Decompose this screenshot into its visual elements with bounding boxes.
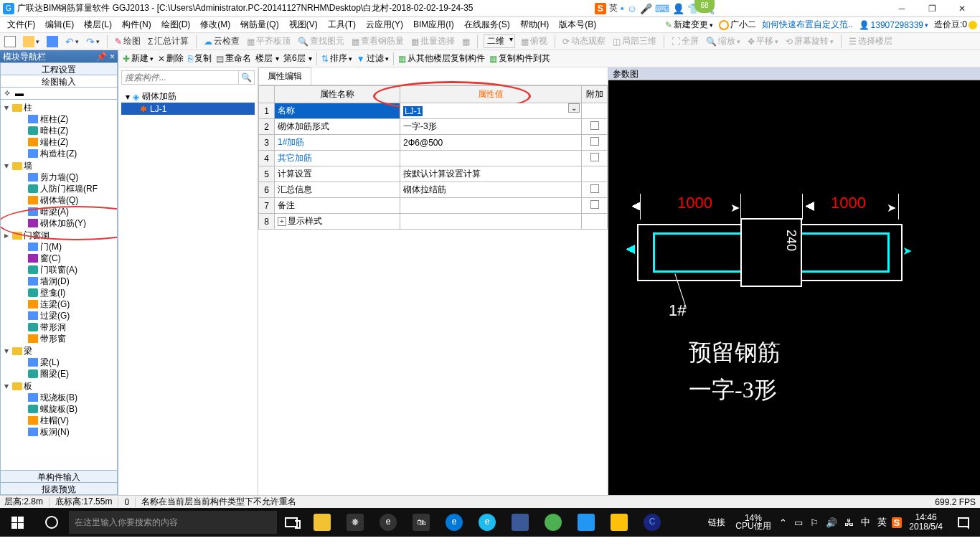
nav-item-2-0[interactable]: 门(M)	[1, 241, 117, 253]
start-button[interactable]	[0, 508, 34, 537]
app-explorer[interactable]	[306, 508, 339, 537]
nav-item-0-0[interactable]: 框柱(Z)	[1, 113, 117, 125]
prop-row-chk-3[interactable]	[582, 151, 608, 166]
tray-link[interactable]: 链接	[704, 517, 730, 529]
cortana-button[interactable]	[34, 516, 69, 529]
tray-cpu[interactable]: 14%CPU使用	[732, 514, 773, 530]
prop-row-val-7[interactable]	[400, 214, 582, 230]
app-fan[interactable]: ❋	[339, 508, 372, 537]
tb-local3d[interactable]: ◫局部三维	[611, 34, 658, 48]
tb-overview[interactable]: ▦俯视	[519, 34, 549, 48]
tb-new[interactable]	[3, 35, 17, 48]
nav-bottom-single[interactable]: 单构件输入	[0, 470, 118, 483]
prop-row-val-6[interactable]	[400, 198, 582, 214]
rb-del[interactable]: ✕删除	[158, 52, 184, 65]
new-change-button[interactable]: ✎新建变更▾	[665, 19, 713, 31]
tray-ime-s[interactable]: S	[892, 517, 903, 528]
tb-batchsel[interactable]: ▦批量选择	[410, 34, 456, 48]
tb-pan[interactable]: ✥平移▾	[746, 34, 780, 48]
ime-s-icon[interactable]: S	[595, 3, 606, 14]
rb-floor[interactable]: 楼层	[255, 52, 279, 65]
nav-item-1-1[interactable]: 人防门框墙(RF	[1, 183, 117, 194]
nav-item-1-0[interactable]: 剪力墙(Q)	[1, 171, 117, 183]
tb-draw[interactable]: ✎绘图	[113, 34, 142, 48]
nav-group-4[interactable]: ▾板	[1, 380, 117, 392]
nav-item-4-0[interactable]: 现浇板(B)	[1, 392, 117, 403]
menu-edit[interactable]: 编辑(E)	[41, 17, 78, 32]
rb-filter[interactable]: ▼过滤▾	[357, 52, 389, 65]
menu-tools[interactable]: 工具(T)	[324, 17, 360, 32]
pin-icon[interactable]: 📌	[96, 52, 107, 62]
prop-row-name-6[interactable]: 备注	[275, 198, 400, 214]
menu-floor[interactable]: 楼层(L)	[80, 17, 116, 32]
navtool-2[interactable]: ▬	[15, 88, 24, 98]
beans-count[interactable]: 造价豆:0	[934, 19, 977, 31]
prop-row-name-2[interactable]: 1#加筋	[275, 135, 400, 151]
nav-item-1-2[interactable]: 砌体墙(Q)	[1, 194, 117, 206]
rb-copyfrom[interactable]: ▦从其他楼层复制构件	[398, 52, 485, 65]
nav-group-3[interactable]: ▾梁	[1, 345, 117, 357]
tb-redo[interactable]: ↷▾	[85, 35, 101, 48]
tray-flag-icon[interactable]: ⚐	[808, 517, 821, 528]
nav-item-4-1[interactable]: 螺旋板(B)	[1, 403, 117, 415]
prop-tab[interactable]: 属性编辑	[258, 67, 311, 85]
tb-2d[interactable]: 二维	[484, 34, 515, 48]
prop-row-name-4[interactable]: 计算设置	[275, 166, 400, 182]
user-account[interactable]: 广小二	[719, 19, 756, 31]
app-edge[interactable]: e	[438, 508, 471, 537]
rb-floor6[interactable]: 第6层	[283, 52, 312, 65]
tb-full[interactable]: ⛶全屏	[670, 34, 700, 48]
tray-net-icon[interactable]: 🖧	[842, 517, 856, 528]
tb-dyn[interactable]: ⟳动态观察	[561, 34, 607, 48]
ime-icon-1[interactable]: •	[621, 3, 624, 14]
nav-item-0-2[interactable]: 端柱(Z)	[1, 136, 117, 148]
tree-root[interactable]: ▾◈砌体加筋	[121, 90, 255, 103]
app-guanjia[interactable]	[504, 508, 537, 537]
nav-item-1-4[interactable]: 砌体加筋(Y)	[1, 217, 117, 229]
prop-row-val-5[interactable]: 砌体拉结筋	[400, 182, 582, 198]
prop-row-chk-6[interactable]	[582, 198, 608, 214]
tb-zoom[interactable]: 🔍缩放▾	[705, 34, 742, 48]
prop-row-chk-0[interactable]	[582, 103, 608, 119]
prop-row-name-1[interactable]: 砌体加筋形式	[275, 119, 400, 135]
prop-row-chk-1[interactable]	[582, 119, 608, 135]
tray-clock[interactable]: 14:462018/5/4	[905, 513, 947, 532]
app-store[interactable]: 🛍	[405, 508, 438, 537]
tb-flat[interactable]: ▦平齐板顶	[245, 34, 292, 48]
menu-modify[interactable]: 修改(M)	[196, 17, 235, 32]
maximize-button[interactable]: ❐	[917, 1, 947, 17]
search-button[interactable]: 🔍	[238, 71, 254, 84]
rb-copyto[interactable]: ▦复制构件到其	[489, 52, 550, 65]
rb-new[interactable]: ✚新建▾	[123, 52, 154, 65]
nav-item-4-3[interactable]: 板洞(N)	[1, 426, 117, 438]
tb-find[interactable]: 🔍查找图元	[296, 34, 346, 48]
prop-row-val-1[interactable]: 一字-3形	[400, 119, 582, 135]
ime-icon-3[interactable]: 🎤	[640, 3, 652, 14]
nav-item-2-3[interactable]: 墙洞(D)	[1, 276, 117, 287]
nav-tab-project[interactable]: 工程设置	[0, 62, 118, 75]
app-browser[interactable]: C	[636, 508, 669, 537]
app-360[interactable]	[537, 508, 570, 537]
prop-row-val-4[interactable]: 按默认计算设置计算	[400, 166, 582, 182]
nav-item-4-2[interactable]: 柱帽(V)	[1, 415, 117, 426]
nav-group-1[interactable]: ▾墙	[1, 160, 117, 171]
nav-item-3-1[interactable]: 圈梁(E)	[1, 368, 117, 380]
help-link[interactable]: 如何快速布置自定义范..	[762, 19, 853, 31]
menu-cloud[interactable]: 云应用(Y)	[362, 17, 407, 32]
prop-row-chk-5[interactable]	[582, 182, 608, 198]
prop-row-name-5[interactable]: 汇总信息	[275, 182, 400, 198]
rb-sort[interactable]: ⇅排序▾	[321, 52, 352, 65]
tb-sum[interactable]: Σ汇总计算	[146, 34, 190, 48]
close-button[interactable]: ✕	[947, 1, 977, 17]
menu-online[interactable]: 在线服务(S)	[460, 17, 514, 32]
nav-item-2-8[interactable]: 带形窗	[1, 333, 117, 344]
nav-bottom-report[interactable]: 报表预览	[0, 482, 118, 495]
notification-badge[interactable]: 68	[694, 0, 715, 13]
nav-group-0[interactable]: ▾柱	[1, 102, 117, 113]
nav-item-2-5[interactable]: 连梁(G)	[1, 298, 117, 310]
tb-open[interactable]: ▾	[22, 35, 41, 48]
tray-lang-cn[interactable]: 中	[859, 516, 872, 529]
prop-row-val-0[interactable]: LJ-1	[400, 103, 582, 119]
prop-row-chk-4[interactable]	[582, 166, 608, 182]
nav-close-icon[interactable]: ×	[110, 52, 115, 62]
